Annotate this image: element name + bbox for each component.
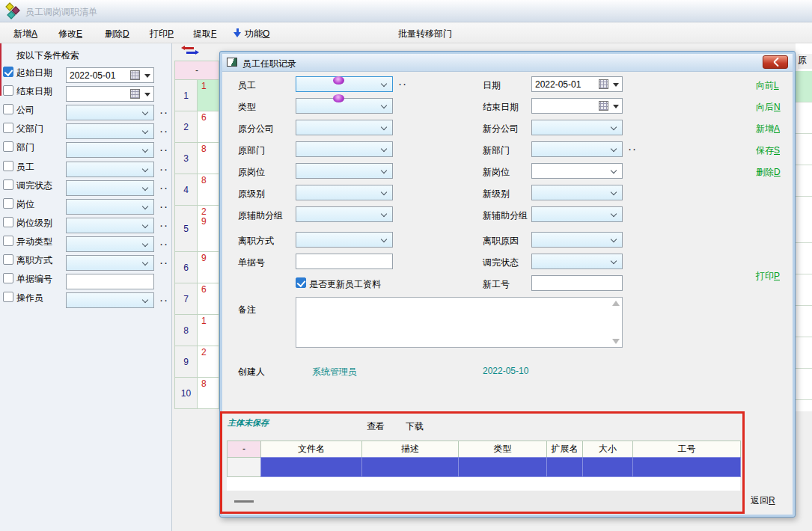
operator-checkbox[interactable] (3, 292, 13, 302)
dlg-resign-method-dropdown[interactable] (296, 232, 393, 248)
dlg-doc-no-text-input[interactable] (296, 254, 393, 269)
update-info-checkbox[interactable] (296, 277, 306, 288)
doc-number-checkbox[interactable] (3, 273, 13, 283)
dlg-new-position-dropdown[interactable] (531, 163, 623, 179)
toolbar-edit-button[interactable]: 修改E (58, 28, 82, 40)
change-type-checkbox[interactable] (3, 236, 13, 246)
search-employee-more-button[interactable]: .. (160, 163, 169, 172)
grid-row-cell[interactable]: 2 (197, 346, 219, 378)
attachment-col-header[interactable]: 类型 (458, 441, 547, 458)
search-resign-method-more-button[interactable]: .. (160, 257, 169, 266)
dlg-new-empno-text-input[interactable] (531, 275, 623, 291)
search-position-level-more-button[interactable]: .. (160, 219, 169, 228)
grid-row-cell[interactable]: 8 (197, 377, 219, 409)
remark-textarea[interactable] (296, 297, 623, 348)
search-position-dropdown[interactable] (66, 199, 154, 215)
company-checkbox[interactable] (3, 104, 13, 114)
prev-button[interactable]: 向前L (756, 79, 779, 92)
attachment-scrollbar[interactable] (222, 491, 742, 512)
dlg-end-date-date-input[interactable] (531, 98, 623, 114)
search-operator-dropdown[interactable] (66, 292, 154, 308)
grid-row-cell[interactable]: 1 (197, 314, 219, 346)
return-button[interactable]: 返回R (751, 494, 775, 507)
view-button[interactable]: 查看 (367, 420, 385, 433)
dlg-new-company-dropdown[interactable] (531, 120, 623, 135)
grid-row-number[interactable]: 10 (174, 377, 198, 409)
search-operator-more-button[interactable]: .. (160, 294, 169, 303)
dropdown-arrow-icon[interactable] (144, 93, 150, 96)
grid-row-number[interactable]: 1 (174, 79, 198, 111)
search-dept-more-button[interactable]: .. (160, 144, 169, 153)
search-end-date-date-input[interactable] (66, 86, 154, 102)
dlg-new-dept-more-button[interactable]: .. (629, 143, 638, 152)
grid-row-cell[interactable]: 2 9 (197, 205, 219, 252)
grid-row-number[interactable]: 5 (174, 205, 198, 252)
grid-row-cell[interactable]: 9 (197, 251, 219, 283)
search-parent-dept-more-button[interactable]: .. (160, 125, 169, 134)
dlg-employee-dropdown[interactable] (296, 76, 393, 92)
transfer-status-checkbox[interactable] (3, 179, 13, 190)
search-resign-method-dropdown[interactable] (66, 255, 154, 271)
dlg-type-dropdown[interactable] (296, 98, 393, 114)
attachment-col-header[interactable]: 工号 (632, 441, 741, 458)
attachment-col-header[interactable]: - (227, 441, 261, 458)
attachment-col-header[interactable]: 大小 (582, 441, 633, 458)
toolbar-extract-button[interactable]: 提取F (193, 28, 216, 40)
dlg-old-company-dropdown[interactable] (296, 120, 393, 135)
search-position-more-button[interactable]: .. (160, 200, 169, 209)
dlg-employee-more-button[interactable]: .. (399, 78, 408, 87)
attachment-row-cell[interactable] (260, 457, 362, 477)
toolbar-add-button[interactable]: 新增A (13, 28, 37, 40)
toolbar-function-button[interactable]: 功能O (233, 28, 269, 40)
search-doc-number-text-input[interactable] (66, 274, 154, 289)
download-button[interactable]: 下载 (406, 420, 424, 433)
attachment-row-cell[interactable] (632, 457, 741, 477)
dlg-new-dept-dropdown[interactable] (531, 141, 623, 157)
search-transfer-status-dropdown[interactable] (66, 180, 154, 196)
grid-row-number[interactable]: 6 (174, 251, 198, 283)
scroll-down-icon[interactable] (612, 339, 620, 344)
dlg-old-level-dropdown[interactable] (296, 185, 393, 200)
batch-transfer-button[interactable]: 批量转移部门 (398, 28, 452, 40)
delete-button[interactable]: 删除D (756, 166, 781, 179)
add-button[interactable]: 新增A (756, 123, 780, 135)
attachment-col-header[interactable]: 描述 (361, 441, 459, 458)
dlg-new-auxgroup-dropdown[interactable] (531, 206, 623, 222)
grid-row-cell[interactable]: 8 (197, 174, 219, 206)
position-checkbox[interactable] (3, 198, 13, 209)
grid-row-cell[interactable]: 1 (197, 79, 219, 111)
position-level-checkbox[interactable] (3, 217, 13, 227)
dlg-resign-reason-dropdown[interactable] (531, 232, 623, 248)
start-date-checkbox[interactable] (3, 67, 13, 77)
search-dept-dropdown[interactable] (66, 142, 154, 158)
dlg-new-level-dropdown[interactable] (531, 185, 623, 200)
search-employee-dropdown[interactable] (66, 162, 154, 177)
search-position-level-dropdown[interactable] (66, 218, 154, 233)
scrollbar-thumb[interactable] (234, 500, 254, 503)
close-icon[interactable] (763, 55, 788, 69)
dept-checkbox[interactable] (3, 141, 13, 152)
dlg-old-position-dropdown[interactable] (296, 163, 393, 179)
grid-row-number[interactable]: 9 (174, 346, 198, 378)
grid-row-cell[interactable]: 8 (197, 142, 219, 174)
grid-row-number[interactable]: 4 (174, 174, 198, 206)
dropdown-arrow-icon[interactable] (144, 74, 150, 78)
dlg-date-date-input[interactable]: 2022-05-01 (531, 76, 623, 92)
next-button[interactable]: 向后N (756, 101, 781, 114)
dropdown-arrow-icon[interactable] (613, 105, 619, 108)
search-parent-dept-dropdown[interactable] (66, 123, 154, 139)
swap-columns-icon[interactable] (183, 46, 197, 56)
dlg-old-auxgroup-dropdown[interactable] (296, 206, 393, 222)
attachment-row-cell[interactable] (546, 457, 583, 477)
grid-row-number[interactable]: 7 (174, 283, 198, 315)
grid-row-number[interactable]: 8 (174, 314, 198, 346)
search-company-more-button[interactable]: .. (160, 106, 169, 115)
attachment-row-cell[interactable] (227, 457, 261, 477)
attachment-row-cell[interactable] (361, 457, 459, 477)
scroll-up-icon[interactable] (612, 301, 620, 306)
attachment-col-header[interactable]: 文件名 (260, 441, 362, 458)
save-button[interactable]: 保存S (756, 144, 780, 157)
grid-corner-header[interactable]: - (174, 61, 219, 80)
grid-row-cell[interactable]: 6 (197, 283, 219, 315)
end-date-checkbox[interactable] (3, 85, 13, 96)
